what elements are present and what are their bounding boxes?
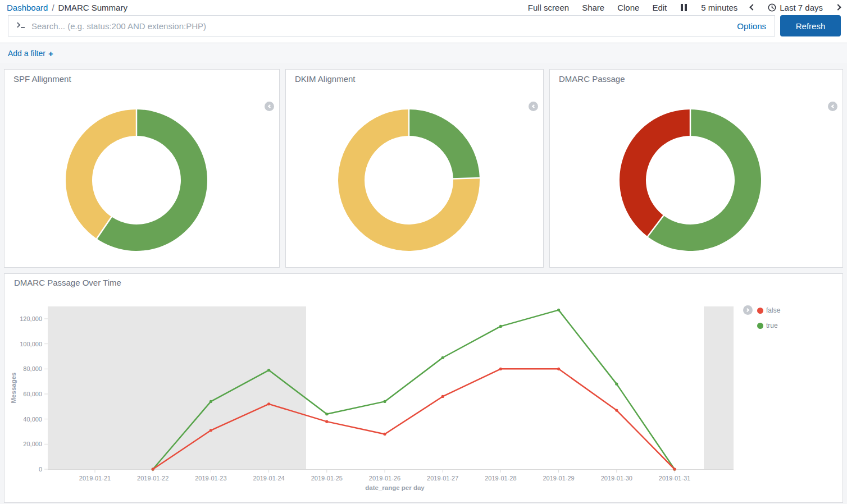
time-range-label: Last 7 days: [780, 3, 823, 12]
nav-right: Full screenShareCloneEdit 5 minutes Last…: [528, 3, 840, 12]
legend-label: true: [766, 322, 778, 329]
time-chart[interactable]: 2019-01-212019-01-222019-01-232019-01-24…: [4, 274, 844, 503]
breadcrumb-separator: /: [52, 3, 54, 12]
data-point[interactable]: [615, 409, 618, 411]
data-point[interactable]: [557, 368, 560, 370]
plus-icon[interactable]: +: [48, 49, 53, 58]
panel-dkim-alignment: DKIM Alignment: [285, 69, 544, 268]
x-axis-title: date_range per day: [365, 484, 425, 491]
x-tick-label: 2019-01-29: [543, 475, 574, 482]
data-point[interactable]: [325, 420, 328, 423]
partial-bucket-band: [704, 306, 734, 469]
data-point[interactable]: [210, 429, 212, 432]
donut-slice[interactable]: [620, 109, 690, 237]
refresh-interval-button[interactable]: 5 minutes: [701, 3, 737, 12]
x-tick-label: 2019-01-26: [369, 475, 400, 482]
y-tick-label: 0: [39, 466, 42, 473]
legend-dot-icon: [757, 308, 763, 314]
donut-slice[interactable]: [66, 109, 136, 239]
menu-item-full-screen[interactable]: Full screen: [528, 3, 569, 12]
time-next-button chevron-right-icon[interactable]: [835, 4, 841, 10]
x-tick-label: 2019-01-27: [427, 475, 458, 482]
x-tick-label: 2019-01-24: [253, 475, 284, 482]
data-point[interactable]: [267, 369, 270, 372]
panel-dmarc-passage-over-time: DMARC Passage Over Time 2019-01-212019-0…: [4, 273, 843, 503]
top-chrome: Dashboard / DMARC Summary Full screenSha…: [0, 0, 847, 43]
data-point[interactable]: [441, 395, 444, 398]
donut-chart[interactable]: [65, 108, 208, 252]
data-point[interactable]: [615, 383, 618, 386]
menu-item-share[interactable]: Share: [582, 3, 604, 12]
x-tick-label: 2019-01-30: [601, 475, 632, 482]
nav-menu-items: Full screenShareCloneEdit: [528, 3, 667, 12]
legend-toggle-icon chevron-left-circle-icon[interactable]: [265, 102, 274, 111]
legend-dot-icon: [757, 323, 763, 329]
slice-separator: [453, 178, 480, 179]
data-point[interactable]: [557, 309, 560, 311]
breadcrumb: Dashboard / DMARC Summary: [7, 3, 127, 12]
x-tick-label: 2019-01-25: [311, 475, 343, 482]
data-point[interactable]: [673, 468, 676, 470]
chart-legend-items: falsetrue: [757, 306, 780, 337]
data-point[interactable]: [499, 368, 502, 370]
add-filter-link[interactable]: Add a filter: [8, 49, 45, 58]
pause-icon: [681, 4, 683, 11]
pause-icon: [685, 4, 687, 11]
y-tick-label: 100,000: [20, 341, 42, 347]
data-point[interactable]: [383, 400, 386, 403]
legend-toggle-icon chevron-left-circle-icon[interactable]: [828, 102, 837, 111]
panel-title: DMARC Passage: [559, 74, 625, 84]
y-tick-label: 20,000: [23, 441, 42, 447]
panel-title: SPF Allignment: [13, 74, 71, 84]
time-range-button[interactable]: Last 7 days: [768, 3, 823, 12]
data-point[interactable]: [441, 356, 444, 359]
refresh-button[interactable]: Refresh: [780, 15, 841, 36]
kibana-dashboard: Dashboard / DMARC Summary Full screenSha…: [0, 0, 847, 504]
nav-bar: Dashboard / DMARC Summary Full screenSha…: [0, 0, 847, 15]
terminal-prompt-icon: [16, 23, 25, 29]
donut-chart[interactable]: [337, 108, 481, 252]
legend-toggle-icon chevron-left-circle-icon[interactable]: [529, 102, 538, 111]
options-link[interactable]: Options: [737, 21, 766, 31]
y-axis-title: Messages: [10, 373, 17, 404]
panel-dmarc-passage: DMARC Passage: [549, 69, 843, 268]
partial-bucket-band: [48, 306, 306, 469]
panel-title: DKIM Alignment: [295, 74, 356, 84]
donut-slice[interactable]: [409, 109, 480, 179]
legend-item-false[interactable]: false: [757, 306, 780, 314]
y-tick-label: 40,000: [23, 416, 42, 423]
x-tick-label: 2019-01-21: [79, 475, 111, 482]
clock-icon: [768, 3, 776, 12]
data-point[interactable]: [267, 402, 270, 405]
legend-toggle-icon chevron-right-circle-icon[interactable]: [743, 305, 753, 315]
legend-label: false: [766, 306, 780, 314]
search-bar: Options: [8, 15, 775, 36]
page-title: DMARC Summary: [58, 3, 127, 12]
y-tick-label: 60,000: [23, 391, 42, 397]
legend-item-true[interactable]: true: [757, 322, 780, 329]
x-tick-label: 2019-01-22: [137, 475, 169, 482]
breadcrumb-dashboard-link[interactable]: Dashboard: [7, 3, 48, 12]
data-point[interactable]: [325, 413, 328, 415]
menu-item-edit[interactable]: Edit: [652, 3, 667, 12]
x-tick-label: 2019-01-28: [485, 475, 516, 482]
donut-chart[interactable]: [618, 108, 762, 252]
data-point[interactable]: [383, 433, 386, 436]
y-tick-label: 120,000: [20, 315, 42, 322]
panel-spf-alignment: SPF Allignment: [4, 69, 280, 268]
menu-item-clone[interactable]: Clone: [617, 3, 639, 12]
search-input[interactable]: [30, 21, 737, 31]
data-point[interactable]: [210, 400, 212, 403]
time-prev-button chevron-left-icon[interactable]: [750, 4, 756, 10]
data-point[interactable]: [499, 325, 502, 328]
x-tick-label: 2019-01-23: [195, 475, 226, 482]
y-tick-label: 80,000: [23, 365, 42, 372]
pause-button[interactable]: [680, 4, 688, 11]
data-point[interactable]: [152, 468, 154, 470]
filter-bar: Add a filter +: [0, 44, 847, 63]
x-tick-label: 2019-01-31: [659, 475, 690, 482]
